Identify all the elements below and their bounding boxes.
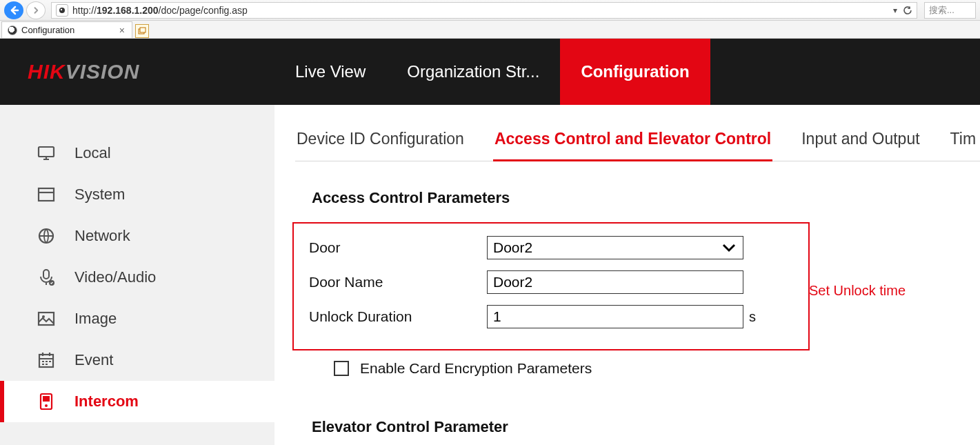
image-icon (36, 308, 57, 329)
sidebar-item-intercom[interactable]: Intercom (0, 381, 274, 422)
tab-title: Configuration (21, 25, 114, 35)
sidebar-item-label: Event (74, 351, 113, 369)
refresh-icon[interactable] (903, 6, 912, 15)
svg-rect-4 (39, 147, 54, 157)
tab-input-output[interactable]: Input and Output (800, 126, 921, 154)
close-tab-icon[interactable]: × (118, 25, 126, 36)
calendar-icon (36, 350, 57, 370)
svg-rect-5 (39, 188, 54, 201)
sidebar-item-label: Image (74, 310, 117, 328)
new-tab-button[interactable] (135, 24, 149, 38)
sidebar-item-label: Local (74, 144, 111, 162)
dropdown-caret-icon[interactable]: ▾ (893, 6, 897, 15)
sub-tabs: Device ID Configuration Access Control a… (295, 126, 980, 161)
svg-point-1 (61, 8, 62, 10)
unlock-unit: s (749, 309, 756, 325)
sidebar-item-video-audio[interactable]: Video/Audio (0, 257, 274, 298)
sidebar-item-event[interactable]: Event (0, 339, 274, 381)
svg-point-14 (45, 404, 48, 407)
mic-icon (36, 267, 57, 288)
url-text: http://192.168.1.200/doc/page/config.asp (72, 5, 889, 16)
monitor-icon (36, 143, 57, 164)
access-control-section: Access Control Parameters Door Door2 Doo… (312, 189, 980, 377)
annotation-set-unlock-time: Set Unlock time (809, 283, 906, 299)
highlight-box: Door Door2 Door Name Unlock Duration (292, 222, 810, 350)
door-select-value: Door2 (493, 239, 532, 256)
top-nav: Live View Organization Str... Configurat… (274, 39, 710, 105)
app-header: HIKVISION Live View Organization Str... … (0, 39, 980, 105)
enable-encryption-checkbox[interactable] (334, 361, 349, 376)
address-bar[interactable]: http://192.168.1.200/doc/page/config.asp… (51, 2, 917, 19)
browser-toolbar: http://192.168.1.200/doc/page/config.asp… (0, 0, 980, 21)
tab-time[interactable]: Tim (949, 126, 977, 154)
address-bar-right: ▾ (893, 6, 912, 15)
nav-organization[interactable]: Organization Str... (386, 39, 560, 105)
nav-configuration[interactable]: Configuration (560, 39, 710, 105)
tab-access-control[interactable]: Access Control and Elevator Control (493, 126, 772, 154)
site-identity-icon (56, 4, 68, 17)
section-title: Elevator Control Parameter (312, 418, 980, 436)
browser-search-input[interactable]: 搜索... (924, 2, 976, 19)
intercom-icon (36, 391, 57, 412)
svg-rect-11 (39, 355, 53, 367)
main-area: Local System Network Video/Audio Image (0, 105, 980, 445)
svg-point-0 (59, 8, 65, 13)
sidebar-item-local[interactable]: Local (0, 132, 274, 174)
tab-favicon-icon (8, 26, 17, 35)
label-door-name: Door Name (302, 274, 487, 290)
enable-encryption-label: Enable Card Encryption Parameters (360, 360, 592, 377)
forward-button[interactable] (26, 1, 46, 19)
nav-live-view[interactable]: Live View (274, 39, 386, 105)
back-button[interactable] (4, 1, 23, 19)
unlock-duration-input[interactable] (487, 305, 743, 328)
chevron-down-icon (722, 243, 736, 253)
sidebar-item-image[interactable]: Image (0, 298, 274, 339)
label-unlock-duration: Unlock Duration (302, 308, 487, 325)
svg-point-10 (42, 315, 45, 318)
sidebar-item-label: Network (74, 227, 130, 245)
logo-part1: HIK (28, 60, 66, 83)
globe-icon (36, 226, 57, 246)
logo-part2: VISION (66, 60, 140, 83)
sidebar-item-network[interactable]: Network (0, 215, 274, 257)
label-door: Door (302, 239, 487, 256)
row-unlock-duration: Unlock Duration s (302, 299, 800, 334)
sidebar-item-system[interactable]: System (0, 174, 274, 215)
logo: HIKVISION (0, 39, 274, 105)
sidebar-item-label: System (74, 186, 125, 204)
svg-rect-13 (43, 396, 50, 402)
row-door-name: Door Name (302, 265, 800, 299)
content-pane: Device ID Configuration Access Control a… (274, 105, 980, 445)
svg-rect-3 (140, 28, 146, 32)
window-icon (36, 184, 57, 205)
browser-tab-strip: Configuration × (0, 21, 980, 39)
section-title: Access Control Parameters (312, 189, 980, 207)
elevator-control-section: Elevator Control Parameter (312, 418, 980, 436)
door-name-input[interactable] (487, 270, 743, 294)
sidebar-item-label: Intercom (74, 393, 139, 411)
door-select[interactable]: Door2 (487, 236, 743, 259)
svg-rect-7 (43, 270, 49, 279)
sidebar: Local System Network Video/Audio Image (0, 105, 274, 445)
row-enable-encryption: Enable Card Encryption Parameters (334, 360, 980, 377)
tab-device-id[interactable]: Device ID Configuration (295, 126, 466, 154)
sidebar-item-label: Video/Audio (74, 268, 156, 286)
search-placeholder: 搜索... (929, 4, 954, 17)
row-door: Door Door2 (302, 230, 800, 265)
browser-tab[interactable]: Configuration × (1, 21, 132, 38)
svg-rect-9 (39, 313, 54, 325)
